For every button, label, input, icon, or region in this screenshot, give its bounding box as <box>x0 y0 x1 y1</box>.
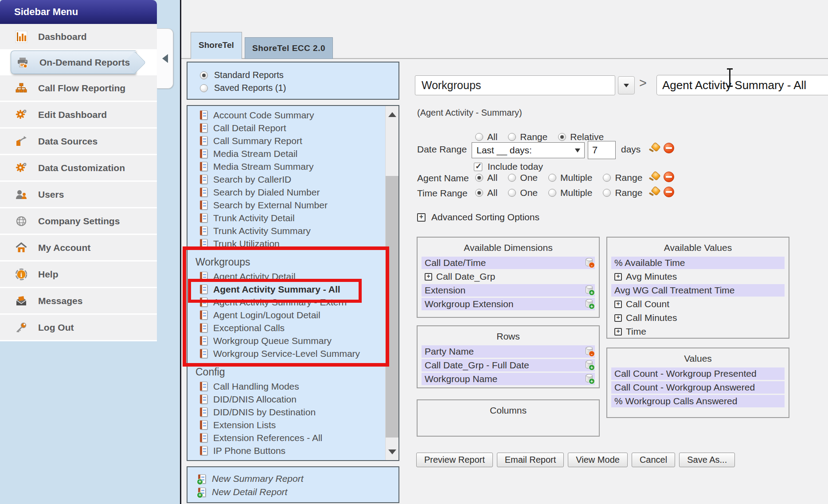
row-field-item[interactable]: Party Name <box>422 345 595 358</box>
report-list-row[interactable]: Search by CallerID <box>188 173 384 186</box>
sidebar-item-messages[interactable]: Messages <box>0 288 157 313</box>
report-list-row[interactable]: Workgroup Queue Summary <box>188 334 384 347</box>
scrollbar-thumb[interactable] <box>386 176 398 438</box>
sidebar-collapse-handle[interactable] <box>157 28 173 89</box>
report-list-row[interactable]: Agent Activity Summary - All <box>188 283 384 296</box>
action-button[interactable]: Email Report <box>497 453 564 467</box>
sidebar-item-on-demand-reports[interactable]: On-Demand Reports <box>11 51 136 74</box>
report-name-input[interactable] <box>656 75 828 95</box>
report-list-row[interactable]: Agent Activity Summary - Extern <box>188 296 384 309</box>
report-list-row[interactable]: Extension Lists <box>188 418 384 431</box>
sidebar-item-call-flow-reporting[interactable]: Call Flow Reporting <box>0 75 157 101</box>
pin-icon[interactable] <box>649 187 661 197</box>
saved-reports-radio[interactable]: Saved Reports (1) <box>200 82 398 94</box>
selected-value-item[interactable]: Call Count - Workgroup Presented <box>611 367 785 380</box>
date-mode-option[interactable]: Range <box>508 132 547 142</box>
action-button[interactable]: Cancel <box>632 453 675 467</box>
pin-icon[interactable] <box>649 143 661 153</box>
remove-filter-icon[interactable] <box>664 187 674 197</box>
report-list-row[interactable]: Workgroups <box>188 250 384 270</box>
category-combobox[interactable] <box>415 75 615 95</box>
expand-icon[interactable] <box>614 328 622 336</box>
relative-period-select[interactable]: Last __ days: <box>472 142 585 158</box>
value-item[interactable]: Avg Minutes <box>611 270 785 283</box>
advanced-sorting-toggle[interactable]: Advanced Sorting Options <box>417 212 539 223</box>
row-field-item[interactable]: Call Date_Grp - Full Date <box>422 359 595 371</box>
report-list-row[interactable]: Trunk Activity Summary <box>188 224 384 237</box>
time-range-option[interactable]: One <box>508 188 538 198</box>
new-report-item[interactable]: New Detail Report <box>198 485 398 499</box>
report-list-row[interactable]: Extension References - All <box>188 431 384 444</box>
value-item[interactable]: % Available Time <box>611 257 785 269</box>
report-list-row[interactable]: Agent Login/Logout Detail <box>188 309 384 321</box>
report-list-row[interactable]: Exceptional Calls <box>188 321 384 334</box>
sidebar-item-my-account[interactable]: My Account <box>0 235 157 260</box>
sidebar-item-log-out[interactable]: Log Out <box>0 315 157 340</box>
report-list-row[interactable]: DID/DNIS by Destination <box>188 406 384 418</box>
db-icon[interactable] <box>586 258 593 266</box>
report-list-row[interactable]: Call Summary Report <box>188 134 384 147</box>
dimension-item[interactable]: Workgroup Extension <box>422 298 595 310</box>
dimension-item[interactable]: Call Date_Grp <box>422 270 595 283</box>
sidebar-item-company-settings[interactable]: Company Settings <box>0 208 157 234</box>
sidebar-item-data-customization[interactable]: Data Customization <box>0 155 157 180</box>
row-field-item[interactable]: Workgroup Name <box>422 373 595 385</box>
expand-icon[interactable] <box>614 273 622 281</box>
expand-icon[interactable] <box>425 273 432 281</box>
sidebar-item-data-sources[interactable]: Data Sources <box>0 129 157 154</box>
new-report-item[interactable]: New Summary Report <box>198 472 398 485</box>
report-list-row[interactable]: Trunk Utilization <box>188 237 384 250</box>
value-item[interactable]: Call Minutes <box>611 312 785 324</box>
remove-filter-icon[interactable] <box>664 143 674 153</box>
time-range-option[interactable]: All <box>475 188 497 198</box>
date-mode-option[interactable]: All <box>475 132 497 142</box>
time-range-option[interactable]: Multiple <box>548 188 592 198</box>
include-today-checkbox[interactable] <box>474 163 482 171</box>
action-button[interactable]: Save As... <box>679 453 735 467</box>
agent-name-option[interactable]: Multiple <box>548 172 592 183</box>
scroll-down-button[interactable] <box>386 443 398 460</box>
standard-reports-radio[interactable]: Standard Reports <box>200 69 398 82</box>
db-icon[interactable] <box>586 285 593 294</box>
report-list-row[interactable]: DID/DNIS Allocation <box>188 393 384 406</box>
value-item[interactable]: Call Count <box>611 298 785 310</box>
selected-value-item[interactable]: Call Count - Workgroup Answered <box>611 381 785 394</box>
report-list-row[interactable]: Call Detail Report <box>188 121 384 134</box>
action-button[interactable]: View Mode <box>568 453 628 467</box>
scroll-up-button[interactable] <box>386 106 398 123</box>
sidebar-item-edit-dashboard[interactable]: Edit Dashboard <box>0 102 157 127</box>
include-today-row[interactable]: Include today <box>474 161 543 172</box>
db-icon[interactable] <box>586 360 593 369</box>
agent-name-option[interactable]: One <box>508 172 538 183</box>
days-count-input[interactable] <box>588 141 616 159</box>
agent-name-option[interactable]: Range <box>603 172 642 183</box>
scrollbar[interactable] <box>385 106 398 460</box>
report-list-row[interactable]: Call Handling Modes <box>188 380 384 393</box>
report-list-row[interactable]: Config <box>188 360 384 380</box>
selected-value-item[interactable]: % Workgroup Calls Answered <box>611 395 785 407</box>
db-icon[interactable] <box>586 299 593 308</box>
report-list-row[interactable]: Media Stream Summary <box>188 160 384 173</box>
remove-filter-icon[interactable] <box>664 172 674 182</box>
db-icon[interactable] <box>586 347 593 355</box>
time-range-option[interactable]: Range <box>603 188 642 198</box>
value-item[interactable]: Avg WG Call Treatment Time <box>611 284 785 297</box>
report-list-row[interactable]: Agent Activity Detail <box>188 270 384 283</box>
dimension-item[interactable]: Extension <box>422 284 595 297</box>
expand-icon[interactable] <box>614 314 622 322</box>
report-list-row[interactable]: Media Stream Detail <box>188 147 384 160</box>
report-list-row[interactable]: Account Code Summary <box>188 109 384 121</box>
report-list-row[interactable]: Trunk Activity Detail <box>188 211 384 224</box>
agent-name-option[interactable]: All <box>475 172 497 183</box>
report-list-row[interactable]: Workgroup Service-Level Summary <box>188 347 384 360</box>
action-button[interactable]: Preview Report <box>416 453 493 467</box>
db-icon[interactable] <box>586 374 593 383</box>
report-list-row[interactable]: Search by External Number <box>188 199 384 211</box>
dimension-item[interactable]: Call Date/Time <box>422 257 595 269</box>
category-dropdown-button[interactable] <box>618 76 635 94</box>
tab-shoretel-ecc[interactable]: ShoreTel ECC 2.0 <box>245 37 333 59</box>
sidebar-item-users[interactable]: Users <box>0 182 157 207</box>
sidebar-item-dashboard[interactable]: Dashboard <box>0 24 157 49</box>
report-list-row[interactable]: IP Phone Buttons <box>188 444 384 457</box>
expand-icon[interactable] <box>614 301 622 308</box>
